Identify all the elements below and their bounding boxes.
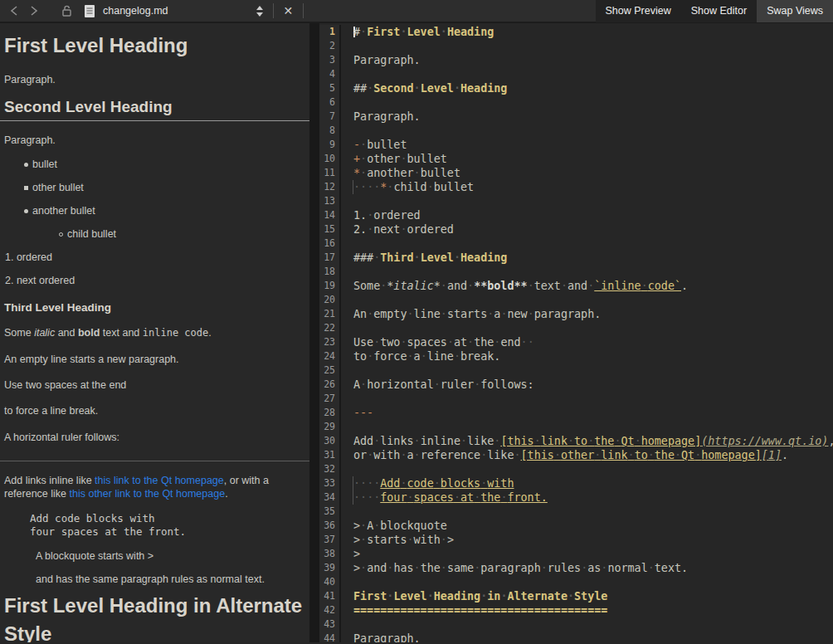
editor-line[interactable]: 5##·Second·Level·Heading: [319, 81, 833, 95]
editor-line-text: ····four·spaces·at·the·front.: [341, 490, 548, 505]
line-number: 20: [319, 293, 341, 307]
line-number: 2: [319, 39, 341, 53]
editor-line-text: >·A·blockquote: [341, 519, 447, 533]
editor-line[interactable]: 19Some·*italic*·and·**bold**·text·and·`i…: [319, 279, 833, 293]
editor-line[interactable]: 42======================================: [319, 603, 833, 617]
editor-line[interactable]: 22: [319, 321, 833, 335]
back-button[interactable]: [7, 3, 22, 18]
editor-line[interactable]: 20: [319, 293, 833, 307]
editor-line-text: A·horizontal·ruler·follows:: [341, 378, 534, 392]
editor-line-text: [341, 505, 353, 519]
editor-line[interactable]: 18: [319, 265, 833, 279]
code-line: Add code blocks with: [30, 512, 303, 525]
show-preview-button[interactable]: Show Preview: [596, 0, 681, 22]
preview-inline-paragraph: Some italic and bold text and inline cod…: [4, 326, 303, 340]
editor-line[interactable]: 39>·and·has·the·same·paragraph·rules·as·…: [319, 561, 833, 575]
list-item: other bullet: [0, 182, 309, 193]
document-switcher[interactable]: [251, 6, 268, 17]
editor-line-text: [341, 293, 353, 307]
editor-line[interactable]: 152.·next·ordered: [319, 222, 833, 237]
line-number: 33: [319, 476, 341, 490]
preview-h2: Second Level Heading: [4, 98, 303, 116]
qt-homepage-reference-link[interactable]: this other link to the Qt homepage: [70, 488, 226, 500]
editor-line[interactable]: 1#·First·Level·Heading: [319, 25, 833, 39]
editor-line-text: #·First·Level·Heading: [341, 25, 494, 39]
editor-line-text: Use·two·spaces·at·the·end··: [341, 335, 534, 349]
swap-views-button[interactable]: Swap Views: [757, 0, 833, 22]
editor-line[interactable]: 27: [319, 392, 833, 406]
editor-line[interactable]: 44Paragraph.: [319, 632, 833, 642]
line-number: 10: [319, 152, 341, 166]
editor-line[interactable]: 16: [319, 237, 833, 251]
preview-h1: First Level Heading: [4, 32, 303, 61]
editor-line-text: Paragraph.: [341, 110, 421, 124]
lock-open-icon: [61, 5, 72, 17]
line-number: 23: [319, 335, 341, 349]
editor-line[interactable]: 30Add·links·inline·like·[this·link·to·th…: [319, 434, 833, 448]
document-tab[interactable]: changelog.md: [58, 0, 172, 22]
editor-line-text: ======================================: [341, 603, 607, 617]
editor-line[interactable]: 10+·other·bullet: [319, 152, 833, 166]
line-number: 31: [319, 448, 341, 462]
editor-line[interactable]: 38>: [319, 547, 833, 561]
editor-line-text: ###·Third·Level·Heading: [341, 251, 507, 265]
editor-line[interactable]: 11*·another·bullet: [319, 166, 833, 180]
code-line: four spaces at the front.: [30, 525, 303, 539]
chevron-right-icon: [30, 6, 38, 16]
editor-line[interactable]: 141.·ordered: [319, 208, 833, 222]
line-number: 22: [319, 321, 341, 335]
line-number: 8: [319, 124, 341, 138]
close-document-button[interactable]: ✕: [279, 3, 299, 18]
editor-line[interactable]: 21An·empty·line·starts·a·new·paragraph.: [319, 307, 833, 321]
editor-line[interactable]: 26A·horizontal·ruler·follows:: [319, 378, 833, 392]
editor-line[interactable]: 34····four·spaces·at·the·front.: [319, 490, 833, 505]
editor-line[interactable]: 33····Add·code·blocks·with: [319, 476, 833, 490]
toolbar: changelog.md ✕ Show Preview Show Editor …: [0, 0, 833, 23]
separator: [273, 3, 274, 18]
editor-line[interactable]: 23Use·two·spaces·at·the·end··: [319, 335, 833, 349]
editor-line[interactable]: 4: [319, 67, 833, 81]
editor-line[interactable]: 31or·with·a·reference·like·[this·other·l…: [319, 448, 833, 462]
forward-button[interactable]: [27, 3, 41, 18]
editor-line-text: [341, 392, 353, 406]
markdown-preview-pane[interactable]: First Level Heading Paragraph. Second Le…: [0, 23, 309, 642]
editor-line[interactable]: 3Paragraph.: [319, 53, 833, 67]
show-editor-button[interactable]: Show Editor: [681, 0, 757, 22]
blockquote-paragraph: A blockquote starts with >: [36, 550, 303, 562]
editor-line[interactable]: 40: [319, 575, 833, 589]
preview-h3: Third Level Heading: [4, 301, 303, 314]
editor-line[interactable]: 36>·A·blockquote: [319, 519, 833, 533]
editor-line[interactable]: 13: [319, 194, 833, 208]
editor-line[interactable]: 17###·Third·Level·Heading: [319, 251, 833, 265]
editor-line[interactable]: 12····*·child·bullet: [319, 180, 833, 194]
line-number: 1: [319, 25, 341, 39]
editor-line[interactable]: 41First·Level·Heading·in·Alternate·Style: [319, 589, 833, 603]
line-number: 44: [319, 632, 341, 642]
pane-splitter[interactable]: [309, 23, 319, 642]
editor-line[interactable]: 24to·force·a·line·break.: [319, 349, 833, 363]
editor-line[interactable]: 6: [319, 95, 833, 110]
editor-line-text: >: [341, 547, 360, 561]
ordered-list-item: 2. next ordered: [0, 275, 309, 286]
editor-line[interactable]: 7Paragraph.: [319, 110, 833, 124]
editor-line[interactable]: 25: [319, 363, 833, 378]
line-number: 40: [319, 575, 341, 589]
editor-line[interactable]: 9-·bullet: [319, 138, 833, 152]
editor-line[interactable]: 32: [319, 462, 833, 476]
line-number: 6: [319, 95, 341, 110]
markdown-editor-pane[interactable]: 1#·First·Level·Heading23Paragraph.45##·S…: [319, 23, 833, 642]
editor-line[interactable]: 28---: [319, 406, 833, 420]
editor-line[interactable]: 2: [319, 39, 833, 53]
editor-line[interactable]: 8: [319, 124, 833, 138]
editor-line[interactable]: 37>·starts·with·>: [319, 533, 833, 547]
line-number: 28: [319, 406, 341, 420]
line-number: 32: [319, 462, 341, 476]
qt-homepage-link[interactable]: this link to the Qt homepage: [95, 475, 224, 486]
editor-line[interactable]: 43: [319, 617, 833, 632]
line-number: 9: [319, 138, 341, 152]
editor-line[interactable]: 35: [319, 505, 833, 519]
line-number: 7: [319, 110, 341, 124]
editor-line-text: [341, 95, 353, 110]
editor-line-text: [341, 575, 353, 589]
editor-line[interactable]: 29: [319, 420, 833, 434]
